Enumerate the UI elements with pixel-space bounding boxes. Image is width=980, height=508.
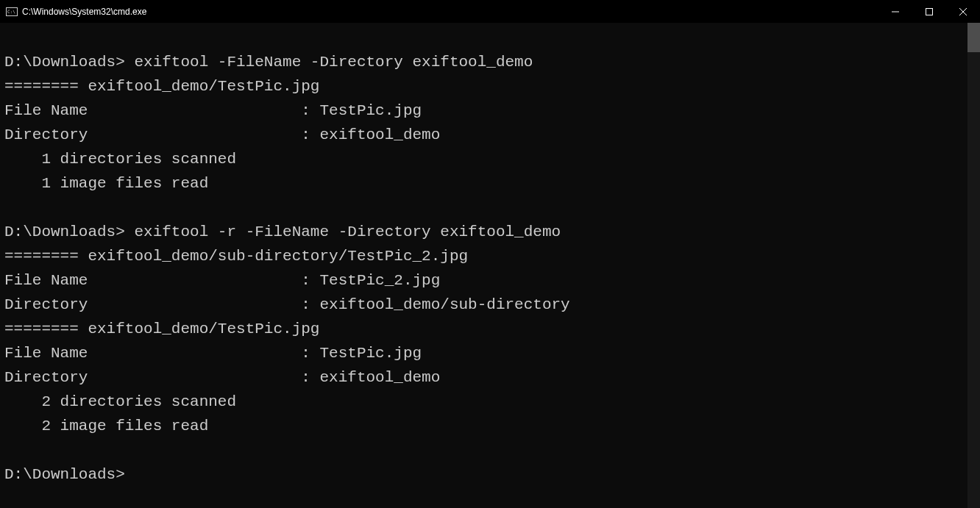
maximize-button[interactable] [912, 0, 946, 23]
window-controls [878, 0, 980, 23]
svg-rect-3 [926, 8, 933, 15]
close-button[interactable] [946, 0, 980, 23]
window-title: C:\Windows\System32\cmd.exe [22, 7, 146, 17]
cmd-window: C:\ C:\Windows\System32\cmd.exe D:\Downl… [0, 0, 980, 508]
client-area: D:\Downloads> exiftool -FileName -Direct… [0, 23, 980, 508]
terminal-output[interactable]: D:\Downloads> exiftool -FileName -Direct… [0, 23, 967, 508]
minimize-button[interactable] [878, 0, 912, 23]
cmd-icon: C:\ [6, 6, 18, 18]
vertical-scrollbar[interactable] [967, 23, 980, 508]
titlebar[interactable]: C:\ C:\Windows\System32\cmd.exe [0, 0, 980, 23]
scrollbar-thumb[interactable] [967, 23, 980, 52]
svg-text:C:\: C:\ [7, 9, 15, 14]
